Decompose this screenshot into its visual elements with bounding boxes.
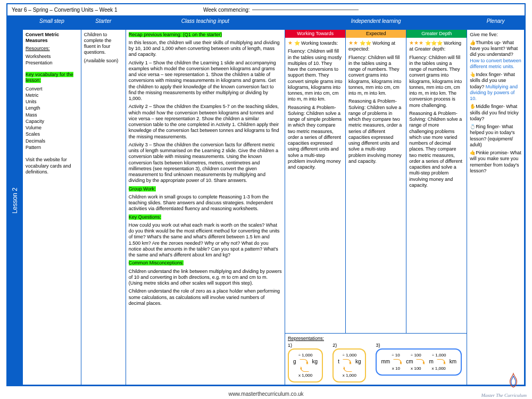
group-label: Group Work:: [129, 186, 156, 192]
starter-cell: Children to complete the fluent in four …: [81, 29, 126, 385]
gd-header: Greater Depth: [406, 30, 467, 38]
topic: Convert Metric Measures: [26, 32, 78, 44]
resource: Worksheets: [26, 54, 78, 60]
footer-url: www.masterthecurriculum.co.uk: [0, 391, 532, 397]
gd-content: ★★★ ⭐⭐⭐ Working at Greater depth: Fluenc…: [406, 38, 467, 333]
resources-label: Resources:: [26, 46, 78, 52]
ex-content: ★★ ⭐⭐ Working at expected: Fluency: Chil…: [346, 38, 406, 333]
star-icon: ★★★: [409, 40, 423, 46]
vocab-label: Key vocabulary for the lesson:: [26, 72, 73, 83]
representations: Representations: 1) ÷ 1,000 gkg gkg: [285, 333, 467, 385]
wt-content: ★ ⭐ Working towards: Fluency: Children w…: [285, 38, 346, 333]
cm-label: Common Misconceptions:: [129, 260, 184, 265]
rep1-box: ÷ 1,000 gkg gkg x 1,000: [288, 348, 323, 383]
flame-icon: [506, 372, 520, 389]
brand-logo: Master The Curriculum: [481, 393, 527, 398]
lesson-side-label: Lesson 2: [7, 16, 22, 385]
vocab-list: ConvertMetric UnitsLength MassCapacity V…: [26, 86, 78, 151]
star-icon: ★★: [348, 40, 358, 46]
lesson-plan-page: Year 6 – Spring – Converting Units – Wee…: [6, 3, 526, 386]
col-independent: Independent learning: [285, 16, 467, 30]
week-commencing-input-line[interactable]: [252, 10, 359, 10]
recap-label: Recap previous learning: (Q1 on the star…: [129, 32, 222, 37]
wt-header: Working Towards: [285, 30, 346, 38]
resource: Presentation: [26, 60, 78, 66]
star-icon: ★: [288, 40, 293, 46]
vocab-footnote: Visit the website for vocabulary cards a…: [26, 157, 78, 175]
plan-table: Small step Starter Class teaching input …: [22, 16, 525, 385]
rep3-box: ÷ 10 ÷ 100 ÷ 1,000 mm cm m: [376, 348, 462, 376]
col-plenary: Plenary: [467, 16, 525, 30]
week-commencing-label: Week commencing:: [203, 7, 250, 13]
small-step-cell: Convert Metric Measures Resources: Works…: [23, 29, 81, 385]
ex-header: Expected: [346, 30, 406, 38]
page-header: Year 6 – Spring – Converting Units – Wee…: [7, 4, 525, 16]
independent-cell: Working Towards Expected Greater Depth ★…: [285, 29, 467, 385]
col-small-step: Small step: [23, 16, 81, 30]
col-teaching: Class teaching input: [126, 16, 285, 30]
lesson-title: Year 6 – Spring – Converting Units – Wee…: [12, 7, 171, 13]
col-starter: Starter: [81, 16, 126, 30]
plenary-cell: Give me five: 👍Thumbs up- What have you …: [467, 29, 525, 385]
rep2-box: ÷ 1,000 tkg tkg x 1,000: [332, 348, 366, 383]
kq-label: Key Questions:: [129, 214, 161, 220]
teaching-cell: Recap previous learning: (Q1 on the star…: [126, 29, 285, 385]
